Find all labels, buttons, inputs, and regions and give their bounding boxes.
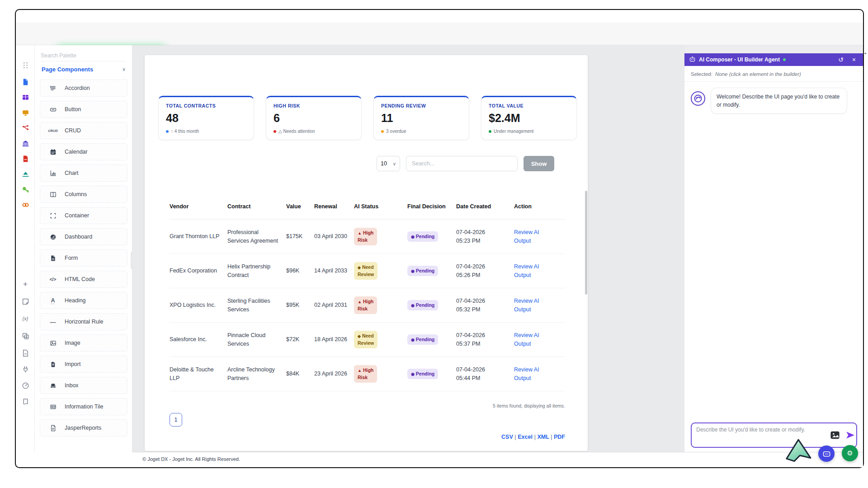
page-components-section-header[interactable]: Page Components ∨: [42, 66, 126, 73]
palette-item-dashboard[interactable]: Dashboard: [40, 228, 127, 245]
pdf-file-icon[interactable]: [21, 155, 29, 163]
send-icon[interactable]: [845, 430, 855, 442]
column-header[interactable]: AI Status: [354, 199, 407, 214]
cell-value: $175K: [286, 229, 314, 244]
table-row[interactable]: FedEx Corporation Helix Partnership Cont…: [170, 254, 565, 288]
dot-icon: ◉: [411, 372, 415, 376]
document-icon[interactable]: [21, 349, 29, 357]
palette-item-label: Calendar: [65, 149, 88, 155]
table-row[interactable]: Salesforce Inc. Pinnacle Cloud Services …: [170, 323, 565, 357]
palette-item-crud[interactable]: CRUD CRUD: [40, 122, 127, 139]
cell-final-decision: ◉Pending: [407, 262, 456, 280]
column-header[interactable]: Contract: [227, 199, 286, 214]
page-size-select[interactable]: 10 ∨: [377, 156, 400, 171]
workflow-boat-icon[interactable]: [21, 170, 29, 178]
status-dot: [381, 130, 384, 133]
table-search-input[interactable]: [406, 156, 518, 171]
variable-fx-icon[interactable]: {x}: [21, 314, 29, 323]
palette-item-accordion[interactable]: Accordion: [40, 80, 127, 97]
reset-icon[interactable]: ↺: [835, 56, 846, 63]
cell-contract: Pinnacle Cloud Services: [227, 328, 286, 351]
pending-badge: ◉Pending: [407, 266, 438, 277]
ai-status-badge: ◆NeedReview: [354, 331, 377, 349]
plugin-icon[interactable]: [21, 365, 29, 373]
column-header[interactable]: Vendor: [170, 199, 227, 214]
close-icon[interactable]: ×: [849, 56, 859, 63]
review-ai-output-link[interactable]: Review AI Output: [514, 366, 539, 381]
pagination-page-1[interactable]: 1: [170, 413, 182, 427]
export-excel-link[interactable]: Excel: [518, 434, 533, 440]
stat-card-high-risk[interactable]: HIGH RISK 6 △ Needs attention: [266, 96, 362, 140]
stat-card-pending-review[interactable]: PENDING REVIEW 11 3 overdue: [373, 96, 469, 140]
export-xml-link[interactable]: XML: [537, 434, 549, 440]
datalist-grid-icon[interactable]: [21, 93, 29, 101]
column-header[interactable]: Renewal: [314, 199, 354, 214]
palette-item-form[interactable]: Form: [40, 249, 127, 267]
review-ai-output-link[interactable]: Review AI Output: [514, 263, 539, 278]
palette-item-calendar[interactable]: Calendar: [40, 143, 127, 160]
html-code-icon: </>: [47, 277, 58, 282]
show-button[interactable]: Show: [524, 156, 554, 171]
palette-item-information-tile[interactable]: Information Tile: [40, 398, 127, 415]
component-palette: Page Components ∨ Accordion Button CRUD …: [35, 45, 132, 452]
cell-contract: Arcline Technology Partners: [227, 362, 286, 385]
palette-search-input[interactable]: [41, 50, 126, 61]
palette-item-columns[interactable]: Columns: [40, 186, 127, 203]
table-row[interactable]: Grant Thornton LLP Professional Services…: [170, 220, 565, 254]
script-page-icon[interactable]: [21, 398, 29, 406]
column-header[interactable]: Value: [286, 199, 314, 214]
review-ai-output-link[interactable]: Review AI Output: [514, 298, 539, 312]
palette-item-container[interactable]: Container: [40, 207, 127, 224]
cell-renewal: 02 April 2031: [314, 297, 354, 313]
builder-canvas[interactable]: TOTAL CONTRACTS 48 ↑ 4 this month HIGH R…: [132, 45, 684, 452]
duplicate-icon[interactable]: [21, 332, 29, 340]
notes-icon[interactable]: [21, 297, 29, 305]
stat-label: TOTAL CONTRACTS: [166, 103, 246, 108]
cell-renewal: 14 April 2033: [314, 263, 354, 278]
palette-item-horizontal-rule[interactable]: — Horizontal Rule: [40, 313, 127, 330]
add-icon[interactable]: +: [21, 280, 29, 288]
userview-monitor-icon[interactable]: [21, 108, 29, 117]
cell-value: $96K: [286, 263, 314, 278]
palette-item-html-code[interactable]: </> HTML Code: [40, 271, 127, 288]
palette-item-import[interactable]: Import: [40, 356, 127, 373]
column-header[interactable]: Date Created: [456, 199, 514, 214]
palette-item-image[interactable]: Image: [40, 334, 127, 352]
export-pdf-link[interactable]: PDF: [554, 434, 565, 440]
drag-grip-icon[interactable]: [21, 61, 29, 69]
palette-item-jasperreports[interactable]: JasperReports: [40, 419, 127, 436]
table-row[interactable]: XPO Logistics Inc. Sterling Facilities S…: [170, 288, 565, 323]
palette-item-chart[interactable]: Chart: [40, 164, 127, 182]
ai-status-badge: ▲HighRisk: [354, 228, 377, 246]
form-doc-icon[interactable]: [21, 78, 29, 86]
page-scrollbar[interactable]: [585, 191, 587, 295]
palette-item-inbox[interactable]: Inbox: [40, 377, 127, 394]
section-title: Page Components: [42, 66, 93, 73]
palette-item-button[interactable]: Button: [40, 101, 127, 118]
stat-note: △ Needs attention: [274, 129, 354, 134]
palette-item-label: Form: [65, 255, 78, 261]
cell-vendor: Salesforce Inc.: [170, 332, 227, 347]
gauge-icon[interactable]: [21, 381, 29, 389]
stat-card-total-contracts[interactable]: TOTAL CONTRACTS 48 ↑ 4 this month: [158, 96, 254, 140]
integration-link-icon[interactable]: [21, 201, 29, 209]
palette-item-heading[interactable]: A Heading: [40, 292, 127, 309]
settings-fab-button[interactable]: ⚙: [842, 445, 858, 461]
ai-prompt-input[interactable]: [696, 427, 809, 445]
column-header[interactable]: Action: [514, 199, 556, 214]
pending-badge: ◉Pending: [407, 300, 438, 311]
export-csv-link[interactable]: CSV: [501, 434, 513, 440]
columns-icon: [47, 191, 58, 198]
stat-card-total-value[interactable]: TOTAL VALUE $2.4M Under management: [481, 96, 577, 140]
access-key-icon[interactable]: [21, 185, 29, 193]
table-row[interactable]: Deloitte & Touche LLP Arcline Technology…: [170, 357, 565, 391]
process-share-icon[interactable]: [21, 124, 29, 132]
chevron-down-icon: ∨: [393, 161, 396, 166]
review-ai-output-link[interactable]: Review AI Output: [514, 229, 539, 244]
column-header[interactable]: Final Decision: [407, 199, 456, 214]
attach-image-icon[interactable]: [830, 430, 840, 442]
page-preview[interactable]: TOTAL CONTRACTS 48 ↑ 4 this month HIGH R…: [145, 55, 588, 451]
chatbot-fab-button[interactable]: [818, 446, 835, 462]
review-ai-output-link[interactable]: Review AI Output: [514, 332, 539, 347]
governance-bank-icon[interactable]: [21, 139, 29, 147]
